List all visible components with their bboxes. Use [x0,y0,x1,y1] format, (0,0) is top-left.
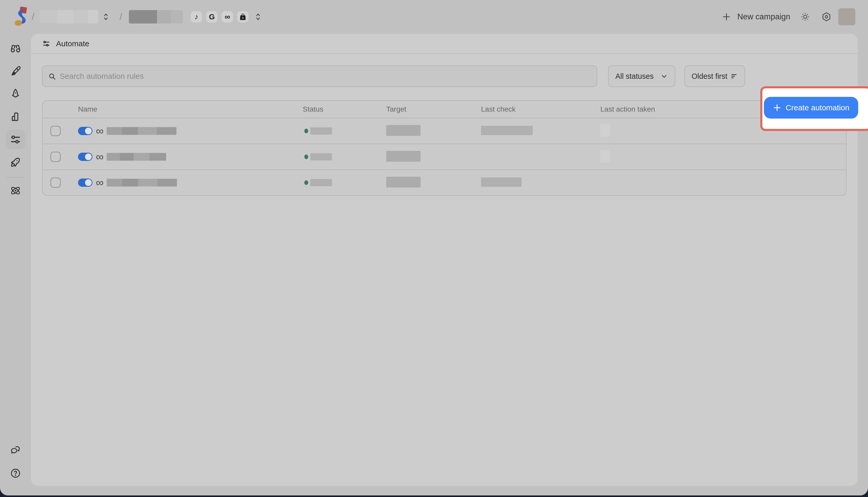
sidebar-item-automate[interactable] [6,130,25,149]
status-active-dot [304,129,308,133]
search-input[interactable] [42,65,597,87]
redacted-last-check [481,126,533,135]
sort-dropdown[interactable]: Oldest first [684,65,745,87]
redacted-status-text [310,179,332,186]
binoculars-icon [10,43,22,55]
page-title: Automate [56,39,89,48]
avatar[interactable] [838,8,855,25]
platform-icons-group: ♪ G ∞ s [191,11,248,23]
atom-icon [10,185,22,197]
column-header-target: Target [386,105,481,113]
sort-descending-icon [730,72,738,80]
redacted-target [386,125,421,136]
bar-chart-icon [10,111,22,123]
sidebar-item-chat[interactable] [6,441,25,460]
redacted-target [386,177,421,187]
redacted-rule-name [107,127,176,135]
redacted-rule-name [107,179,177,186]
updown-chevrons-icon[interactable] [255,12,261,22]
status-active-dot [304,155,308,159]
table-row[interactable]: ∞ [43,169,846,195]
sidebar-item-analytics[interactable] [6,107,25,127]
automation-rules-table: Name Status Target Last check Last actio… [42,100,846,196]
column-header-name: Name [78,105,303,113]
breadcrumb-separator: / [119,11,122,22]
paintbrush-icon [10,65,22,77]
tiktok-icon[interactable]: ♪ [191,11,202,23]
topbar: / / ♪ G ∞ s [0,0,868,33]
redacted-last-check [481,178,522,187]
table-row[interactable]: ∞ [43,144,846,169]
create-automation-button[interactable]: Create automation [764,97,858,118]
updown-chevrons-icon[interactable] [102,12,109,22]
shopify-icon[interactable]: s [237,11,248,23]
page-header: Automate [31,34,858,54]
workspace-selector[interactable] [40,10,98,24]
search-icon [48,72,57,81]
table-row[interactable]: ∞ [43,118,846,144]
plus-icon [722,12,731,22]
sidebar-item-spaceship[interactable] [6,84,25,104]
rocket-icon [10,156,22,168]
help-circle-icon [10,468,21,479]
spaceship-icon [10,88,22,100]
plus-icon [773,103,781,112]
sort-label: Oldest first [692,72,727,81]
sidebar-item-labs[interactable] [6,181,25,200]
app-window: / / ♪ G ∞ s [0,0,868,495]
rules-table-body: ∞ ∞ ∞ [43,118,846,195]
table-header-row: Name Status Target Last check Last actio… [43,101,846,118]
sidebar-item-paintbrush[interactable] [6,61,25,81]
sun-icon[interactable] [800,12,810,22]
sliders-icon [10,133,22,145]
sidebar [0,33,31,495]
breadcrumb-separator: / [32,11,34,22]
sidebar-item-binoculars[interactable] [6,39,25,58]
status-filter-label: All statuses [615,72,654,81]
row-checkbox[interactable] [51,178,61,188]
meta-icon[interactable]: ∞ [222,11,233,23]
row-checkbox[interactable] [51,126,61,136]
new-campaign-button[interactable]: New campaign [722,12,790,22]
redacted-rule-name [107,153,166,161]
rule-enabled-toggle[interactable] [78,179,93,187]
redacted-target [386,151,421,162]
new-campaign-label: New campaign [737,12,790,22]
svg-text:s: s [242,16,244,19]
status-active-dot [304,180,308,185]
column-header-status: Status [303,105,386,113]
sidebar-footer [6,441,25,486]
rule-enabled-toggle[interactable] [78,153,93,161]
highlight-annotation-box: Create automation [760,86,868,131]
sliders-icon [42,40,51,48]
redacted-status-text [310,127,332,134]
project-selector[interactable] [129,10,183,24]
meta-icon: ∞ [96,126,103,137]
main-panel: Automate All statuses Oldest first [31,34,858,486]
settings-icon[interactable] [821,12,831,22]
toolbar: All statuses Oldest first Create automat… [42,65,846,87]
brand-logo-icon[interactable] [14,6,28,27]
redacted-last-action [600,150,610,162]
rule-enabled-toggle[interactable] [78,127,93,135]
google-icon[interactable]: G [206,11,217,23]
redacted-last-action [600,124,610,137]
meta-icon: ∞ [96,151,103,162]
status-filter-dropdown[interactable]: All statuses [608,65,675,87]
sidebar-item-help[interactable] [6,464,25,483]
create-automation-label: Create automation [786,103,850,112]
topbar-actions: New campaign [722,8,855,25]
sidebar-item-boost[interactable] [6,152,25,172]
chat-bubbles-icon [10,445,21,456]
row-checkbox[interactable] [51,152,61,162]
column-header-last-check: Last check [481,105,600,113]
chevron-down-icon [660,72,668,80]
meta-icon: ∞ [96,177,103,188]
redacted-status-text [310,153,332,160]
sidebar-divider [6,177,25,178]
